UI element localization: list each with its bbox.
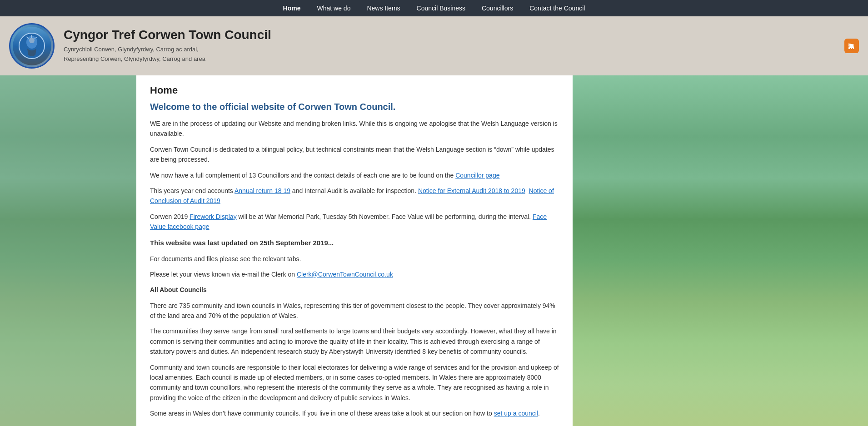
about-para-1: There are 735 community and town council… [150,301,559,321]
firework-para: Corwen 2019 Firework Display will be at … [150,212,559,232]
nav-what-we-do[interactable]: What we do [309,0,359,16]
about-para-3: Community and town councils are responsi… [150,362,559,403]
clerk-email-link[interactable]: Clerk@CorwenTownCouncil.co.uk [297,271,393,278]
rss-icon[interactable]: ■ [844,39,859,53]
setup-council-para: Some areas in Wales don’t have community… [150,408,559,418]
site-title: Cyngor Tref Corwen Town Council [64,28,271,42]
setup-council-link[interactable]: set up a council [494,410,538,417]
councillors-para: We now have a full complement of 13 Coun… [150,170,559,180]
audit-para: This years year end accounts Annual retu… [150,186,559,206]
left-sidebar-bg [0,75,136,426]
nav-councillors[interactable]: Councillors [474,0,521,16]
page-title: Home [150,84,559,96]
nav-news-items[interactable]: News Items [359,0,408,16]
nav-home[interactable]: Home [275,0,309,16]
header-text: Cyngor Tref Corwen Town Council Cynrychi… [64,28,271,64]
about-para-2: The communities they serve range from sm… [150,326,559,357]
main-content: Home Welcome to the official website of … [136,75,573,426]
about-councils-heading: All About Councils [150,285,559,295]
annual-return-link[interactable]: Annual return 18 19 [234,187,290,194]
site-header: Cyngor Tref Corwen Town Council Cynrychi… [0,16,868,75]
welcome-heading: Welcome to the official website of Corwe… [150,102,559,112]
nav-contact[interactable]: Contact the Council [521,0,593,16]
councillor-page-link[interactable]: Councillor page [455,172,499,179]
svg-point-2 [29,38,35,43]
last-updated: This website was last updated on 25th Se… [150,238,559,248]
main-nav: Home What we do News Items Council Busin… [0,0,868,16]
documents-para: For documents and files please see the r… [150,254,559,264]
council-logo [9,23,55,69]
email-para: Please let your views known via e-mail t… [150,269,559,279]
page-body: Home Welcome to the official website of … [0,75,868,426]
external-audit-link[interactable]: Notice for External Audit 2018 to 2019 [418,187,525,194]
svg-rect-6 [848,47,850,49]
intro-para-2: Corwen Town Council is dedicated to a bi… [150,144,559,165]
becoming-councillor-para: Also, why not check out our information … [150,424,559,426]
nav-council-business[interactable]: Council Business [409,0,474,16]
firework-display-link[interactable]: Firework Display [190,213,236,220]
intro-para-1: WE are in the process of updating our We… [150,119,559,139]
site-subtitle: Cynrychioli Corwen, Glyndyfyrdwy, Carrog… [64,45,271,64]
